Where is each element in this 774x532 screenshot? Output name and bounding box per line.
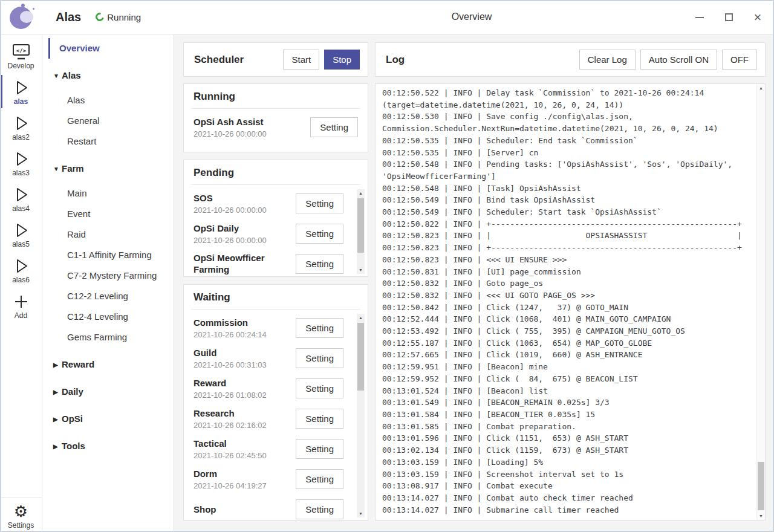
task-next-run-time: 2021-10-26 00:00:00 [194, 129, 267, 138]
scroll-down-icon[interactable]: ▼ [357, 510, 365, 517]
scrollbar-thumb[interactable] [357, 198, 364, 253]
setting-button[interactable]: Setting [296, 409, 343, 429]
scroll-down-icon[interactable]: ▼ [757, 512, 765, 520]
pending-section: Pending SOS2021-10-26 00:00:00SettingOpS… [183, 160, 368, 277]
task-name: Research [194, 407, 267, 419]
minimize-button[interactable] [694, 12, 705, 23]
nav-item-daily[interactable]: ▶Daily [42, 381, 174, 402]
nav-item-raid[interactable]: Raid [42, 224, 174, 245]
maximize-button[interactable] [723, 12, 734, 23]
setting-button[interactable]: Setting [296, 193, 343, 213]
nav-item-reward[interactable]: ▶Reward [42, 354, 174, 375]
nav-item-restart[interactable]: Restart [42, 131, 174, 152]
setting-button[interactable]: Setting [296, 254, 343, 274]
setting-button[interactable]: Setting [296, 439, 343, 459]
clear-log-button[interactable]: Clear Log [579, 50, 636, 70]
play-icon [12, 114, 30, 133]
scroll-up-icon[interactable]: ▲ [757, 84, 765, 92]
chevron-down-icon: ▼ [53, 66, 62, 86]
setting-button[interactable]: Setting [296, 224, 343, 244]
setting-button[interactable]: Setting [296, 348, 343, 368]
profile-item-add[interactable]: Add [0, 288, 42, 323]
nav-item-opsi[interactable]: ▶OpSi [42, 409, 174, 429]
nav-item-c12-2-leveling[interactable]: C12-2 Leveling [42, 286, 174, 307]
play-icon [12, 185, 30, 204]
app-name: Alas [56, 10, 81, 24]
profile-item-develop[interactable]: </>Develop [0, 38, 42, 74]
stop-button[interactable]: Stop [324, 50, 360, 70]
running-section: Running OpSi Ash Assist2021-10-26 00:00:… [183, 83, 368, 152]
profile-item-label: alas5 [12, 240, 30, 248]
app-logo-icon [8, 4, 35, 30]
profile-item-label: Add [15, 311, 27, 320]
start-button[interactable]: Start [283, 50, 319, 70]
nav-item-c12-4-leveling[interactable]: C12-4 Leveling [42, 307, 174, 327]
auto-scroll-on-button[interactable]: Auto Scroll ON [640, 50, 717, 70]
scroll-down-icon[interactable]: ▼ [357, 266, 365, 274]
nav-item-c7-2-mystery-farming[interactable]: C7-2 Mystery Farming [42, 265, 174, 286]
scrollbar-thumb[interactable] [357, 323, 364, 391]
nav-item-main[interactable]: Main [42, 183, 174, 204]
task-row: OpSi Meowfficer FarmingSetting [194, 248, 343, 277]
task-info: OpSi Ash Assist2021-10-26 00:00:00 [194, 116, 267, 138]
setting-button[interactable]: Setting [296, 318, 343, 338]
profile-item-alas5[interactable]: alas5 [0, 216, 42, 252]
task-next-run-time: 2021-10-26 04:19:27 [194, 481, 267, 490]
settings-button[interactable]: ⚙ Settings [0, 498, 42, 530]
profile-item-alas2[interactable]: alas2 [0, 109, 42, 145]
task-name: SOS [194, 192, 267, 204]
setting-button[interactable]: Setting [310, 117, 358, 137]
nav-item-gems-farming[interactable]: Gems Farming [42, 327, 174, 348]
task-info: Tactical2021-10-26 02:45:50 [194, 438, 267, 460]
waiting-scrollbar[interactable]: ▲ ▼ [357, 314, 365, 517]
task-info: Shop [194, 504, 216, 515]
chevron-right-icon: ▶ [53, 436, 62, 457]
task-row: Guild2021-10-26 00:31:03Setting [194, 343, 343, 373]
pending-scrollbar[interactable]: ▲ ▼ [357, 189, 365, 274]
scrollbar-thumb[interactable] [758, 462, 764, 510]
setting-button[interactable]: Setting [296, 378, 343, 398]
nav-item-general[interactable]: General [42, 111, 174, 131]
close-icon: × [754, 12, 762, 23]
scheduler-title: Scheduler [192, 54, 278, 66]
active-indicator [0, 75, 2, 108]
running-title: Running [184, 84, 368, 108]
nav-item-c1-1-affinity-farming[interactable]: C1-1 Affinity Farming [42, 245, 174, 265]
nav-item-alas[interactable]: ▼Alas [42, 65, 174, 86]
task-row: ShopSetting [194, 494, 343, 521]
nav-item-alas[interactable]: Alas [42, 90, 174, 111]
nav-item-farm[interactable]: ▼Farm [42, 158, 174, 179]
nav-item-tools[interactable]: ▶Tools [42, 436, 174, 456]
task-info: OpSi Daily2021-10-26 00:00:00 [194, 222, 267, 245]
task-next-run-time: 2021-10-26 00:00:00 [194, 236, 267, 245]
window-title: Overview [423, 11, 520, 22]
task-next-run-time: 2021-10-26 02:45:50 [194, 451, 267, 460]
profile-item-alas6[interactable]: alas6 [0, 252, 42, 288]
svg-text:</>: </> [16, 47, 26, 53]
chevron-right-icon: ▶ [53, 355, 62, 375]
task-info: Dorm2021-10-26 04:19:27 [194, 468, 267, 490]
setting-button[interactable]: Setting [296, 499, 343, 519]
profile-item-alas3[interactable]: alas3 [0, 145, 42, 181]
task-info: OpSi Meowfficer Farming [194, 252, 296, 275]
scroll-up-icon[interactable]: ▲ [357, 189, 365, 197]
task-name: Commission [194, 317, 267, 328]
task-info: Research2021-10-26 02:16:02 [194, 407, 267, 430]
profile-item-label: alas2 [12, 133, 30, 141]
running-spinner-icon [94, 11, 106, 22]
setting-button[interactable]: Setting [296, 469, 343, 489]
profile-item-alas4[interactable]: alas4 [0, 181, 42, 216]
minimize-icon [695, 17, 704, 18]
maximize-icon [725, 13, 733, 21]
plus-icon [12, 292, 30, 311]
profile-item-alas[interactable]: alas [0, 74, 42, 109]
close-button[interactable]: × [752, 12, 763, 23]
auto-scroll-off-button[interactable]: OFF [722, 50, 757, 70]
waiting-section: Waiting Commission2021-10-26 00:24:14Set… [183, 284, 368, 521]
nav-item-event[interactable]: Event [42, 204, 174, 224]
task-name: Tactical [194, 438, 267, 449]
scroll-up-icon[interactable]: ▲ [357, 314, 365, 322]
log-scrollbar[interactable]: ▲ ▼ [756, 84, 765, 520]
task-name: Shop [194, 504, 216, 515]
nav-item-overview[interactable]: Overview [48, 38, 174, 59]
